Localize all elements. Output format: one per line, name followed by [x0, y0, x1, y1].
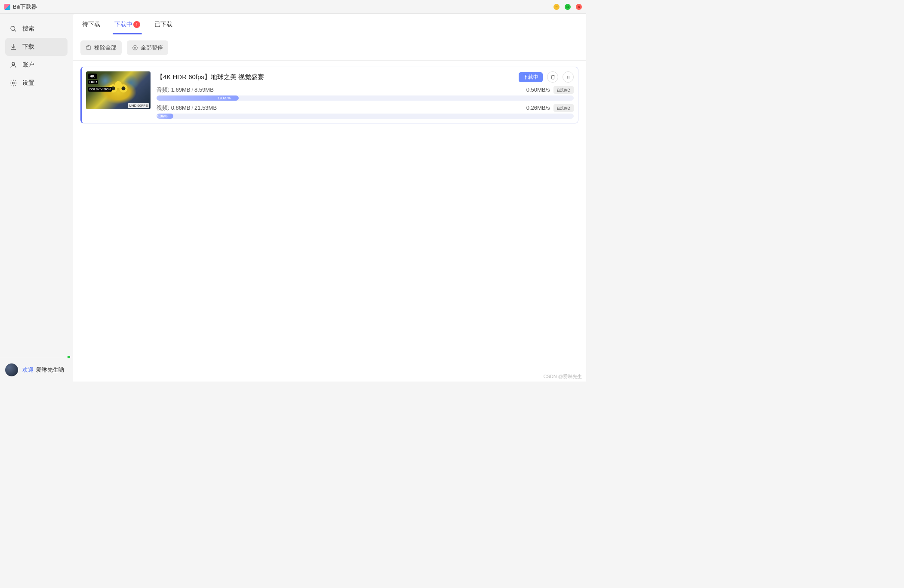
- badge-hdr: HDR: [88, 80, 98, 84]
- tab-badge: 1: [133, 21, 140, 28]
- svg-point-4: [11, 26, 15, 31]
- track-audio: 音频: 1.69MB/8.59MB 0.50MB/s active 19.65%: [157, 86, 574, 101]
- thumbnail[interactable]: 4K HDR DOLBY VISION UHD 60FPS: [86, 71, 151, 109]
- svg-point-8: [12, 62, 15, 65]
- svg-point-13: [133, 46, 138, 50]
- sidebar-footer: 欢迎 爱琳先生哟: [0, 358, 73, 382]
- badge-4k: 4K: [88, 74, 97, 79]
- track-speed: 0.26MB/s: [526, 105, 550, 111]
- track-state: active: [553, 104, 574, 112]
- track-label: 视频:: [157, 104, 169, 112]
- main-content: 待下载 下载中 1 已下载 移除全部 全部暂停: [73, 14, 586, 382]
- svg-line-5: [14, 30, 16, 31]
- remove-icon: [86, 45, 92, 51]
- download-title: 【4K HDR 60fps】地球之美 视觉盛宴: [157, 73, 514, 81]
- svg-rect-1: [567, 6, 569, 8]
- sidebar-item-settings[interactable]: 设置: [5, 74, 68, 92]
- button-label: 全部暂停: [141, 44, 163, 52]
- toolbar: 移除全部 全部暂停: [73, 35, 586, 61]
- avatar[interactable]: [5, 363, 18, 376]
- progress-bar: 19.65%: [157, 95, 574, 101]
- sidebar-item-label: 设置: [22, 79, 34, 87]
- track-speed: 0.50MB/s: [526, 86, 550, 93]
- pause-button[interactable]: [563, 71, 574, 83]
- download-item: 4K HDR DOLBY VISION UHD 60FPS 【4K HDR 60…: [80, 67, 578, 123]
- tab-label: 已下载: [154, 21, 172, 28]
- remove-all-button[interactable]: 移除全部: [80, 40, 122, 55]
- progress-percent: 19.65%: [218, 95, 233, 101]
- app-logo-icon: [4, 4, 10, 10]
- greeting-text: 欢迎 爱琳先生哟: [22, 366, 64, 374]
- sidebar-item-label: 下载: [22, 43, 34, 51]
- progress-bar: 4.06%: [157, 114, 574, 119]
- sidebar-item-label: 搜索: [22, 25, 34, 33]
- titlebar: Bili下载器: [0, 0, 586, 14]
- tab-label: 待下载: [82, 21, 100, 28]
- progress-percent: 4.06%: [157, 114, 169, 119]
- download-icon: [9, 43, 17, 51]
- pause-all-button[interactable]: 全部暂停: [127, 40, 168, 55]
- tab-pending[interactable]: 待下载: [80, 15, 102, 34]
- track-video: 视频: 0.88MB/21.53MB 0.26MB/s active 4.06%: [157, 104, 574, 119]
- maximize-button[interactable]: [565, 4, 571, 10]
- track-label: 音频:: [157, 86, 169, 94]
- tab-downloading[interactable]: 下载中 1: [113, 15, 142, 34]
- svg-point-9: [12, 82, 15, 84]
- minimize-button[interactable]: [553, 4, 560, 10]
- delete-button[interactable]: [547, 71, 558, 83]
- badge-fps: UHD 60FPS: [128, 103, 149, 108]
- watermark: CSDN @爱琳先生: [544, 373, 582, 380]
- sidebar-item-account[interactable]: 账户: [5, 56, 68, 74]
- pause-icon: [566, 74, 571, 80]
- user-icon: [9, 61, 17, 69]
- close-button[interactable]: [576, 4, 582, 10]
- tabs: 待下载 下载中 1 已下载: [73, 14, 586, 35]
- tab-label: 下载中: [114, 21, 132, 28]
- search-icon: [9, 25, 17, 33]
- sidebar: 搜索 下载 账户 设置 欢迎 爱琳先生哟: [0, 14, 73, 382]
- sidebar-item-download[interactable]: 下载: [5, 38, 68, 56]
- sidebar-item-label: 账户: [22, 61, 34, 69]
- button-label: 移除全部: [94, 44, 117, 52]
- sidebar-item-search[interactable]: 搜索: [5, 20, 68, 38]
- window-title: Bili下载器: [13, 3, 37, 11]
- download-list: 4K HDR DOLBY VISION UHD 60FPS 【4K HDR 60…: [73, 61, 586, 382]
- pause-icon: [132, 45, 138, 51]
- track-sizes: 0.88MB/21.53MB: [171, 105, 217, 111]
- status-chip: 下载中: [519, 72, 543, 82]
- status-indicator-icon: [68, 356, 70, 358]
- badge-dolby: DOLBY VISION: [88, 87, 112, 92]
- tab-completed[interactable]: 已下载: [153, 15, 174, 34]
- track-sizes: 1.69MB/8.59MB: [171, 86, 214, 93]
- trash-icon: [550, 74, 556, 80]
- track-state: active: [553, 86, 574, 94]
- gear-icon: [9, 79, 17, 87]
